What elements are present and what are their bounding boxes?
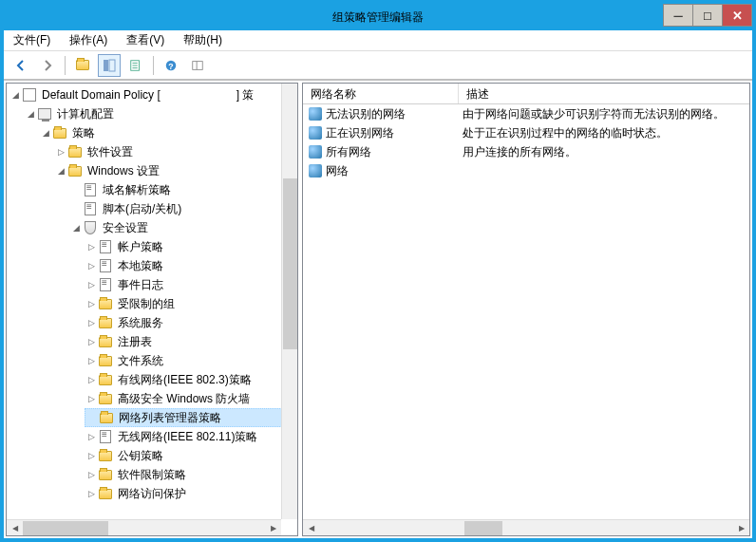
network-icon bbox=[309, 145, 322, 159]
minimize-button[interactable]: ─ bbox=[663, 4, 693, 27]
svg-text:?: ? bbox=[168, 61, 173, 70]
expander-icon[interactable]: ◢ bbox=[54, 164, 67, 178]
svg-rect-5 bbox=[193, 61, 203, 69]
toolbar: ? bbox=[4, 51, 752, 80]
tree-software-restriction[interactable]: ▷软件限制策略 bbox=[85, 465, 295, 484]
tree-public-key[interactable]: ▷公钥策略 bbox=[85, 446, 295, 465]
tree-account-policy[interactable]: ▷帐户策略 bbox=[85, 237, 295, 256]
folder-icon bbox=[67, 144, 83, 159]
svg-rect-0 bbox=[104, 60, 108, 71]
tree: ◢ Default Domain Policy [XXXXXXXXXX] 策 ◢… bbox=[7, 84, 297, 505]
folder-icon bbox=[98, 467, 113, 482]
menu-help[interactable]: 帮助(H) bbox=[180, 30, 226, 50]
list-body[interactable]: 无法识别的网络 由于网络问题或缺少可识别字符而无法识别的网络。 正在识别网络 处… bbox=[303, 104, 749, 519]
computer-icon bbox=[37, 106, 52, 121]
scrollbar-thumb[interactable] bbox=[283, 178, 297, 349]
script-icon bbox=[83, 201, 98, 216]
scroll-left-button[interactable]: ◀ bbox=[303, 520, 319, 536]
network-icon bbox=[309, 126, 322, 140]
tree-event-log[interactable]: ▷事件日志 bbox=[85, 275, 295, 294]
list-header: 网络名称 描述 bbox=[303, 84, 749, 104]
properties-button[interactable] bbox=[186, 54, 209, 77]
menubar: 文件(F) 操作(A) 查看(V) 帮助(H) bbox=[4, 30, 752, 51]
network-icon bbox=[309, 164, 322, 178]
tree-local-policy[interactable]: ▷本地策略 bbox=[85, 256, 295, 275]
toolbar-separator bbox=[153, 56, 154, 75]
folder-icon bbox=[98, 296, 113, 311]
maximize-button[interactable]: □ bbox=[692, 4, 723, 27]
tree-security-settings[interactable]: ◢ 安全设置 bbox=[69, 218, 295, 237]
folder-icon bbox=[98, 448, 113, 463]
tree-network-access-protection[interactable]: ▷网络访问保护 bbox=[85, 484, 295, 503]
list-row[interactable]: 正在识别网络 处于正在识别过程中的网络的临时状态。 bbox=[303, 123, 749, 142]
column-description[interactable]: 描述 bbox=[459, 84, 749, 103]
folder-icon bbox=[98, 391, 113, 406]
list-scrollbar-horizontal[interactable]: ◀ ▶ bbox=[303, 519, 749, 535]
menu-file[interactable]: 文件(F) bbox=[9, 30, 54, 50]
help-button[interactable]: ? bbox=[160, 54, 182, 77]
script-icon bbox=[83, 182, 98, 197]
list-row[interactable]: 无法识别的网络 由于网络问题或缺少可识别字符而无法识别的网络。 bbox=[303, 104, 749, 123]
app-window: 组策略管理编辑器 ─ □ ✕ 文件(F) 操作(A) 查看(V) 帮助(H) ?… bbox=[0, 0, 756, 542]
forward-button[interactable] bbox=[36, 54, 59, 77]
tree-windows-settings[interactable]: ◢ Windows 设置 bbox=[54, 161, 295, 180]
script-icon bbox=[98, 277, 113, 292]
back-button[interactable] bbox=[9, 54, 32, 77]
folder-icon bbox=[98, 315, 113, 330]
tree-computer-config[interactable]: ◢ 计算机配置 bbox=[24, 104, 295, 123]
folder-icon bbox=[98, 334, 113, 349]
folder-icon bbox=[98, 353, 113, 368]
tree-scripts[interactable]: 脚本(启动/关机) bbox=[69, 199, 295, 218]
tree-file-system[interactable]: ▷文件系统 bbox=[85, 351, 295, 370]
toolbar-separator bbox=[65, 56, 66, 75]
scroll-right-button[interactable]: ▶ bbox=[733, 520, 749, 536]
expander-icon[interactable]: ◢ bbox=[39, 126, 52, 140]
window-title: 组策略管理编辑器 bbox=[332, 9, 424, 26]
folder-icon bbox=[52, 125, 67, 140]
expander-icon[interactable]: ◢ bbox=[24, 107, 37, 121]
expander-icon[interactable]: ◢ bbox=[9, 88, 22, 102]
tree-pane[interactable]: ◢ Default Domain Policy [XXXXXXXXXX] 策 ◢… bbox=[6, 83, 298, 536]
window-controls: ─ □ ✕ bbox=[664, 4, 752, 27]
script-icon bbox=[98, 239, 113, 254]
tree-registry[interactable]: ▷注册表 bbox=[85, 332, 295, 351]
expander-icon[interactable]: ◢ bbox=[69, 221, 83, 234]
titlebar[interactable]: 组策略管理编辑器 ─ □ ✕ bbox=[4, 4, 752, 30]
tree-policy[interactable]: ◢ 策略 bbox=[39, 123, 295, 142]
menu-action[interactable]: 操作(A) bbox=[66, 30, 111, 50]
tree-network-list-manager[interactable]: 网络列表管理器策略 bbox=[85, 408, 295, 427]
network-icon bbox=[309, 107, 322, 121]
tree-system-services[interactable]: ▷系统服务 bbox=[85, 313, 295, 332]
tree-wireless-network[interactable]: ▷无线网络(IEEE 802.11)策略 bbox=[85, 427, 295, 446]
refresh-button[interactable] bbox=[124, 54, 147, 77]
show-hide-tree-button[interactable] bbox=[98, 54, 121, 77]
scrollbar-thumb[interactable] bbox=[464, 521, 502, 535]
shield-icon bbox=[83, 220, 98, 235]
scroll-left-button[interactable]: ◀ bbox=[7, 520, 23, 536]
tree-wired-network[interactable]: ▷有线网络(IEEE 802.3)策略 bbox=[85, 370, 295, 389]
column-network-name[interactable]: 网络名称 bbox=[303, 84, 459, 103]
folder-icon bbox=[98, 372, 113, 387]
list-row[interactable]: 网络 bbox=[303, 161, 749, 180]
svg-rect-1 bbox=[109, 60, 115, 71]
up-button[interactable] bbox=[71, 54, 94, 77]
list-pane: 网络名称 描述 无法识别的网络 由于网络问题或缺少可识别字符而无法识别的网络。 … bbox=[302, 83, 750, 536]
tree-restricted-groups[interactable]: ▷受限制的组 bbox=[85, 294, 295, 313]
tree-root[interactable]: ◢ Default Domain Policy [XXXXXXXXXX] 策 bbox=[9, 85, 295, 104]
policy-icon bbox=[22, 87, 37, 103]
folder-icon bbox=[98, 486, 113, 501]
list-row[interactable]: 所有网络 用户连接的所有网络。 bbox=[303, 142, 749, 161]
scroll-right-button[interactable]: ▶ bbox=[265, 520, 281, 536]
expander-icon[interactable]: ▷ bbox=[54, 145, 67, 159]
tree-dns-policy[interactable]: 域名解析策略 bbox=[69, 180, 295, 199]
close-button[interactable]: ✕ bbox=[722, 4, 752, 27]
scrollbar-thumb[interactable] bbox=[23, 521, 108, 535]
tree-scrollbar-vertical[interactable] bbox=[281, 84, 297, 519]
tree-software-settings[interactable]: ▷ 软件设置 bbox=[54, 142, 295, 161]
tree-scrollbar-horizontal[interactable]: ◀ ▶ bbox=[7, 519, 281, 535]
folder-icon bbox=[76, 60, 89, 70]
folder-icon bbox=[67, 163, 83, 178]
menu-view[interactable]: 查看(V) bbox=[123, 30, 168, 50]
tree-windows-firewall[interactable]: ▷高级安全 Windows 防火墙 bbox=[85, 389, 295, 408]
script-icon bbox=[98, 258, 113, 273]
